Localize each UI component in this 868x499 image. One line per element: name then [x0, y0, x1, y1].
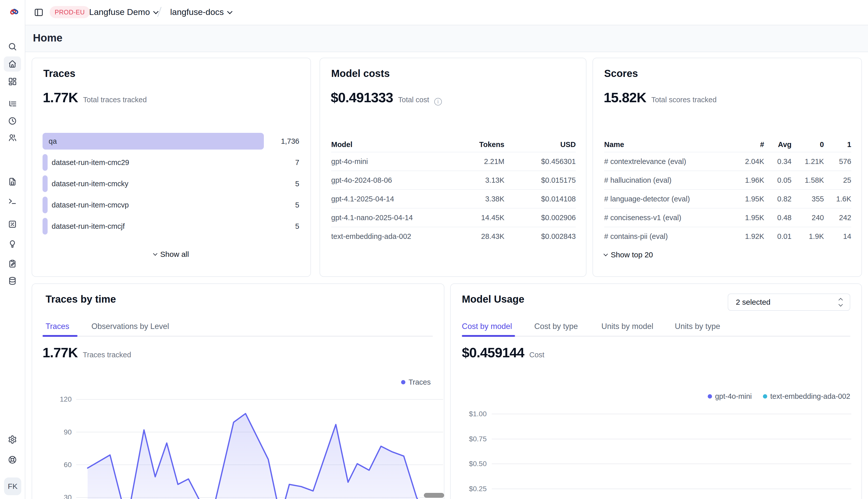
- scores-card-title: Scores: [604, 68, 638, 79]
- trace-list-item[interactable]: qa1,736: [43, 131, 299, 152]
- column-header: Model: [331, 137, 454, 152]
- show-top-20-button[interactable]: Show top 20: [604, 251, 653, 259]
- trace-list-item[interactable]: dataset-run-item-cmcjf5: [43, 216, 299, 237]
- chart-gridline: [492, 439, 851, 439]
- trace-list-item[interactable]: dataset-run-item-cmcky5: [43, 173, 299, 194]
- trace-count: 5: [295, 201, 299, 209]
- tab-observations-by-level[interactable]: Observations by Level: [92, 322, 169, 331]
- y-axis-tick: 120: [41, 395, 72, 403]
- tab-units-by-model[interactable]: Units by model: [602, 322, 653, 331]
- table-cell: 576: [824, 152, 851, 171]
- sidebar-toggle-icon[interactable]: [34, 8, 44, 17]
- datasets-database-icon[interactable]: [4, 273, 21, 289]
- trace-count: 1,736: [281, 137, 299, 146]
- table-cell: gpt-4.1-2025-04-14: [331, 189, 454, 208]
- chevron-up-down-icon: [839, 299, 842, 306]
- home-icon[interactable]: [4, 57, 21, 72]
- table-cell: $0.002906: [504, 208, 576, 227]
- table-cell: gpt-4o-mini: [331, 152, 454, 171]
- traces-by-time-title: Traces by time: [46, 293, 116, 305]
- table-cell: 0.82: [764, 189, 792, 208]
- page-title: Home: [33, 32, 62, 44]
- model-select[interactable]: 2 selected: [728, 293, 850, 311]
- y-axis-tick: $0.25: [456, 485, 487, 493]
- trace-count: 5: [295, 222, 299, 231]
- y-axis-tick: 30: [41, 494, 72, 499]
- table-cell: 1.6K: [824, 189, 851, 208]
- tracing-tree-icon[interactable]: [4, 97, 21, 112]
- table-cell: 355: [792, 189, 824, 208]
- model-costs-total: $0.491333: [331, 89, 393, 105]
- show-all-button[interactable]: Show all: [32, 250, 310, 259]
- top-header: PROD-EU Langfuse Demo langfuse-docs: [25, 0, 868, 25]
- chevron-down-icon: [153, 252, 157, 256]
- traces-card: Traces 1.77K Total traces tracked qa1,73…: [32, 58, 311, 277]
- model-usage-legend: gpt-4o-mini text-embedding-ada-002: [708, 392, 850, 401]
- model-usage-title: Model Usage: [462, 293, 524, 305]
- langfuse-dashboard: FK PROD-EU Langfuse Demo langfuse-docs H…: [0, 0, 868, 499]
- table-cell: 0.01: [764, 227, 792, 245]
- traces-total: 1.77K: [43, 89, 78, 105]
- table-cell: 242: [824, 208, 851, 227]
- chart-gridline: [492, 414, 851, 414]
- table-cell: # conciseness-v1 (eval): [604, 208, 726, 227]
- chart-gridline: [492, 489, 851, 489]
- column-header: #: [726, 137, 764, 152]
- column-header: 0: [792, 137, 824, 152]
- table-cell: gpt-4.1-nano-2025-04-14: [331, 208, 454, 227]
- scores-table: Name#Avg01# contextrelevance (eval)2.04K…: [604, 137, 851, 245]
- tab-traces[interactable]: Traces: [46, 322, 69, 331]
- y-axis-tick: $0.75: [456, 435, 487, 443]
- playground-terminal-icon[interactable]: [4, 194, 21, 209]
- breadcrumb-org[interactable]: Langfuse Demo: [89, 7, 158, 17]
- chart-gridline: [492, 464, 851, 464]
- chevron-down-icon: [604, 252, 608, 256]
- y-axis-tick: $1.00: [456, 410, 487, 418]
- support-lifebuoy-icon[interactable]: [4, 452, 21, 467]
- trace-name: dataset-run-item-cmcky: [52, 180, 128, 188]
- user-avatar[interactable]: FK: [4, 477, 21, 495]
- evals-percent-icon[interactable]: [4, 217, 21, 232]
- table-cell: # contains-pii (eval): [604, 227, 726, 245]
- tab-units-by-type[interactable]: Units by type: [675, 322, 720, 331]
- table-cell: 25: [824, 171, 851, 189]
- chevron-down-icon: [153, 9, 158, 14]
- settings-gear-icon[interactable]: [4, 432, 21, 447]
- table-cell: 1.95K: [726, 189, 764, 208]
- table-cell: 3.13K: [454, 171, 504, 189]
- column-header: 1: [824, 137, 851, 152]
- info-icon[interactable]: i: [434, 98, 442, 106]
- tab-cost-by-model[interactable]: Cost by model: [462, 322, 512, 331]
- model-usage-card: Model Usage 2 selected Cost by model Cos…: [450, 283, 862, 499]
- traces-by-time-card: Traces by time Traces Observations by Le…: [32, 283, 444, 499]
- tab-cost-by-type[interactable]: Cost by type: [534, 322, 578, 331]
- search-icon[interactable]: [4, 39, 21, 54]
- table-cell: 1.9K: [792, 227, 824, 245]
- table-cell: 3.38K: [454, 189, 504, 208]
- trace-name: dataset-run-item-cmcvp: [52, 201, 129, 209]
- tab-active-indicator: [43, 335, 78, 337]
- trace-count: 7: [295, 158, 299, 167]
- table-cell: 1.92K: [726, 227, 764, 245]
- annotation-clipboard-icon[interactable]: [4, 256, 21, 271]
- model-costs-card-title: Model costs: [331, 68, 390, 79]
- breadcrumb-project[interactable]: langfuse-docs: [170, 7, 232, 17]
- traces-tracked-value: 1.77K: [43, 345, 78, 360]
- table-cell: $0.456301: [504, 152, 576, 171]
- sessions-clock-icon[interactable]: [4, 113, 21, 129]
- prompts-file-icon[interactable]: [4, 174, 21, 189]
- page-title-bar: Home: [25, 25, 868, 52]
- trace-list-item[interactable]: dataset-run-item-cmcvp5: [43, 194, 299, 216]
- horizontal-scrollbar-thumb[interactable]: [424, 493, 444, 498]
- table-cell: 0.34: [764, 152, 792, 171]
- trace-list-item[interactable]: dataset-run-item-cmc297: [43, 152, 299, 173]
- trace-bar: [43, 197, 48, 213]
- environment-badge[interactable]: PROD-EU: [50, 6, 90, 18]
- trace-count: 5: [295, 180, 299, 188]
- suggestions-lightbulb-icon[interactable]: [4, 236, 21, 252]
- table-cell: # hallucination (eval): [604, 171, 726, 189]
- tab-active-indicator: [462, 335, 515, 337]
- users-icon[interactable]: [4, 130, 21, 145]
- dashboards-icon[interactable]: [4, 74, 21, 89]
- langfuse-logo-icon[interactable]: [10, 7, 19, 16]
